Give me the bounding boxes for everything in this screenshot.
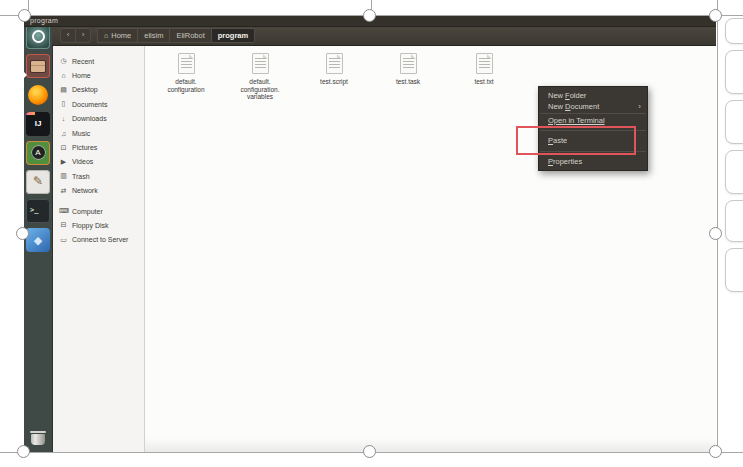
- place-label: Downloads: [72, 115, 107, 122]
- sidebar-item-floppy-disk[interactable]: ⊟ Floppy Disk: [52, 218, 144, 232]
- launcher-item-blue-cube[interactable]: ◆: [26, 228, 50, 252]
- file-item-test-task[interactable]: test.task: [373, 53, 443, 86]
- launcher-item-terminal[interactable]: >_: [26, 199, 50, 223]
- sidebar-item-recent[interactable]: ◷ Recent: [52, 54, 144, 68]
- running-indicator-icon: [24, 72, 27, 78]
- file-item-test-txt[interactable]: test.txt: [449, 53, 519, 86]
- place-icon: ▥: [59, 172, 68, 180]
- launcher-icon: IJ: [26, 112, 50, 136]
- place-label: Connect to Server: [72, 236, 128, 243]
- breadcrumb-label: program: [218, 31, 248, 40]
- file-name-label: default. configuration: [151, 78, 221, 93]
- side-toolbar-button[interactable]: [725, 248, 743, 292]
- place-icon: ⌨: [59, 207, 68, 215]
- selection-handle-bottom-right[interactable]: [709, 445, 722, 458]
- breadcrumb-label: elisim: [144, 31, 163, 40]
- sidebar-item-home[interactable]: ⌂ Home: [52, 68, 144, 82]
- place-label: Computer: [72, 208, 103, 215]
- sidebar-item-desktop[interactable]: ▤ Desktop: [52, 83, 144, 97]
- launcher-item-files[interactable]: [26, 54, 50, 78]
- menu-item-new-document[interactable]: New Document›: [539, 101, 647, 112]
- file-name-label: test.task: [373, 78, 443, 86]
- place-icon: ◷: [59, 57, 68, 65]
- launcher-item-trash[interactable]: [27, 428, 49, 448]
- side-toolbar-button[interactable]: [725, 50, 743, 94]
- home-icon: ⌂: [104, 32, 108, 39]
- launcher-icon: A: [31, 145, 46, 160]
- file-item-default-configuration[interactable]: default. configuration: [151, 53, 221, 93]
- side-toolbar-button[interactable]: [725, 150, 743, 194]
- place-icon: ↓: [59, 115, 68, 122]
- window-title: program: [30, 17, 58, 24]
- place-icon: ♫: [59, 130, 68, 137]
- launcher-item-intellij[interactable]: IJ: [26, 112, 50, 136]
- back-button[interactable]: ‹: [60, 28, 76, 43]
- place-label: Pictures: [72, 144, 97, 151]
- sidebar-item-videos[interactable]: ▶ Videos: [52, 155, 144, 169]
- side-toolbar-button[interactable]: [725, 18, 743, 44]
- side-toolbar-button[interactable]: [725, 100, 743, 144]
- place-label: Documents: [72, 101, 107, 108]
- document-icon: [476, 53, 493, 74]
- breadcrumb: ⌂Home elisim EliRobot program: [98, 28, 255, 43]
- breadcrumb-home[interactable]: ⌂Home: [97, 28, 138, 43]
- file-name-label: test.txt: [449, 78, 519, 86]
- place-label: Network: [72, 187, 98, 194]
- place-icon: ▯: [59, 100, 68, 108]
- launcher-item-ubuntu-dash[interactable]: [26, 25, 50, 49]
- screenshot-image[interactable]: IJ A ✎ >_ ◆ program ‹ › ⌂Home elisim: [24, 16, 716, 452]
- launcher-icon: ✎: [26, 170, 50, 192]
- places-sidebar: ◷ Recent ⌂ Home ▤ Desktop ▯ Documents ↓ …: [52, 45, 145, 452]
- breadcrumb-elirobot[interactable]: EliRobot: [169, 28, 211, 43]
- sidebar-item-documents[interactable]: ▯ Documents: [52, 97, 144, 111]
- selection-handle-bottom-center[interactable]: [363, 445, 376, 458]
- sidebar-item-trash[interactable]: ▥ Trash: [52, 169, 144, 183]
- launcher-item-firefox[interactable]: [26, 83, 50, 107]
- launcher-icon: >_: [26, 199, 50, 221]
- selection-handle-middle-left[interactable]: [16, 227, 29, 240]
- place-label: Recent: [72, 58, 94, 65]
- breadcrumb-label: EliRobot: [176, 31, 204, 40]
- sidebar-item-computer[interactable]: ⌨ Computer: [52, 204, 144, 218]
- selection-handle-bottom-left[interactable]: [17, 445, 30, 458]
- sidebar-item-downloads[interactable]: ↓ Downloads: [52, 112, 144, 126]
- menu-item-properties[interactable]: Properties: [539, 156, 647, 167]
- file-name-label: test.script: [299, 78, 369, 86]
- place-icon: ▶: [59, 158, 68, 166]
- launcher-item-text-editor[interactable]: ✎: [26, 170, 50, 194]
- place-icon: ⊡: [59, 144, 68, 152]
- selection-handle-middle-right[interactable]: [709, 227, 722, 240]
- breadcrumb-label: Home: [111, 31, 131, 40]
- place-icon: ⊟: [59, 221, 68, 229]
- forward-button[interactable]: ›: [75, 28, 91, 43]
- file-name-label: default. configuration. variables: [225, 78, 295, 101]
- menu-item-open-in-terminal[interactable]: Open in Terminal: [539, 115, 647, 126]
- editor-canvas: { "screenshot": { "topbar": { "title": "…: [0, 0, 743, 467]
- place-label: Desktop: [72, 86, 98, 93]
- sidebar-item-connect-to-server[interactable]: ▭ Connect to Server: [52, 233, 144, 247]
- document-icon: [252, 53, 269, 74]
- selection-handle-top-left[interactable]: [18, 9, 31, 22]
- document-icon: [178, 53, 195, 74]
- nav-buttons: ‹ ›: [60, 28, 91, 43]
- side-toolbar-button[interactable]: [725, 200, 743, 242]
- place-icon: ▤: [59, 86, 68, 94]
- place-icon: ⇄: [59, 187, 68, 195]
- selection-handle-top-right[interactable]: [709, 9, 722, 22]
- sidebar-item-pictures[interactable]: ⊡ Pictures: [52, 140, 144, 154]
- file-item-test-script[interactable]: test.script: [299, 53, 369, 86]
- place-label: Videos: [72, 158, 93, 165]
- place-label: Floppy Disk: [72, 222, 109, 229]
- menu-item-new-folder[interactable]: New Folder: [539, 90, 647, 101]
- file-manager-toolbar: ‹ › ⌂Home elisim EliRobot program: [52, 26, 716, 46]
- file-item-default-configuration-variables[interactable]: default. configuration. variables: [225, 53, 295, 101]
- place-icon: ▭: [59, 236, 68, 244]
- paste-highlight-annotation: [516, 126, 636, 155]
- launcher-item-app-a[interactable]: A: [26, 141, 50, 165]
- selection-handle-top-center[interactable]: [363, 9, 376, 22]
- sidebar-item-network[interactable]: ⇄ Network: [52, 184, 144, 198]
- breadcrumb-program[interactable]: program: [211, 28, 255, 43]
- breadcrumb-elisim[interactable]: elisim: [137, 28, 170, 43]
- place-label: Home: [72, 72, 91, 79]
- sidebar-item-music[interactable]: ♫ Music: [52, 126, 144, 140]
